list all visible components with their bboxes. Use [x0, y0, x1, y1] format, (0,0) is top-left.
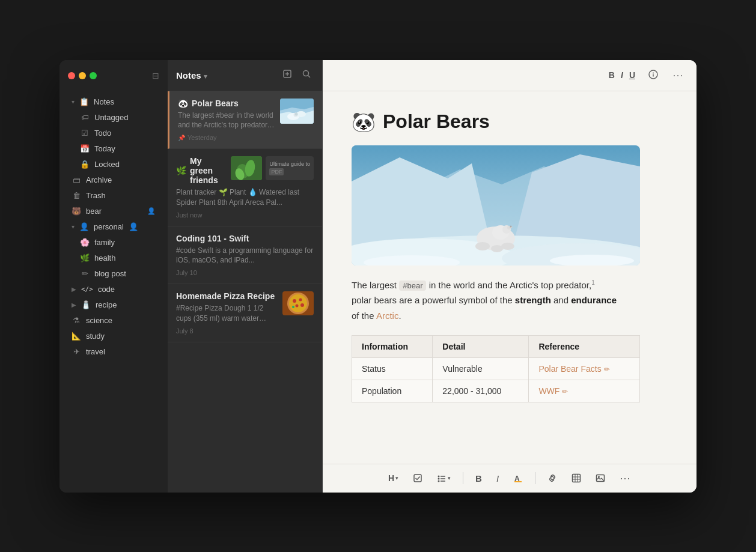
- svg-point-11: [295, 112, 298, 115]
- svg-rect-54: [573, 475, 581, 482]
- table-header-detail: Detail: [433, 336, 529, 358]
- edit-icon: ✏: [562, 387, 568, 396]
- more-button[interactable]: ⋯: [669, 66, 687, 84]
- note-item-pizza[interactable]: Homemade Pizza Recipe #Recipe Pizza Doug…: [168, 284, 322, 342]
- sidebar-item-travel[interactable]: ✈ travel: [63, 344, 164, 359]
- svg-point-18: [289, 294, 307, 312]
- sidebar-item-blog-post[interactable]: ✏ blog post: [63, 266, 164, 281]
- editor-toolbar-bottom: H ▾ ▾: [323, 464, 697, 493]
- editor-content[interactable]: 🐼 Polar Bears: [323, 91, 697, 464]
- sidebar: ⊟ ▾ 📋 Notes 🏷 Untagged ☑ Todo 📅 Today: [59, 60, 168, 493]
- hashtag-bear[interactable]: #bear: [399, 281, 426, 291]
- bold-button[interactable]: B: [606, 69, 617, 81]
- checkbox-icon: ☑: [80, 129, 90, 138]
- bold-format-button[interactable]: B: [471, 470, 487, 487]
- svg-rect-45: [414, 475, 421, 482]
- sidebar-item-bear[interactable]: 🐻 bear 👤: [63, 204, 164, 219]
- sidebar-item-recipe[interactable]: ▶ 🧂 recipe: [63, 297, 164, 312]
- editor-panel: B I U ⋯ 🐼 Polar Bears: [323, 60, 697, 493]
- heading-button[interactable]: H ▾: [383, 470, 403, 486]
- sidebar-item-trash[interactable]: 🗑 Trash: [63, 188, 164, 203]
- fullscreen-button[interactable]: [90, 72, 97, 79]
- italic-button[interactable]: I: [618, 69, 626, 81]
- image-button[interactable]: [591, 470, 610, 486]
- sidebar-toggle-icon[interactable]: ⊟: [152, 71, 159, 80]
- svg-point-39: [510, 225, 512, 227]
- sidebar-item-archive[interactable]: 🗃 Archive: [63, 172, 164, 187]
- underline-button[interactable]: U: [627, 69, 638, 81]
- title-emoji: 🐼: [352, 111, 376, 133]
- sidebar-item-family[interactable]: 🌸 family: [63, 235, 164, 250]
- checkbox-button[interactable]: [408, 470, 427, 486]
- svg-line-4: [308, 76, 311, 78]
- search-icon[interactable]: [299, 67, 314, 83]
- arctic-link[interactable]: Arctic: [376, 311, 399, 321]
- table-header-information: Information: [352, 336, 433, 358]
- note-preview-pizza: #Recipe Pizza Dough 1 1/2 cups (355 ml) …: [176, 303, 278, 324]
- minimize-button[interactable]: [79, 72, 86, 79]
- table-cell-population-info: Population: [352, 380, 433, 402]
- app-window: ⊟ ▾ 📋 Notes 🏷 Untagged ☑ Todo 📅 Today: [59, 60, 697, 493]
- sidebar-item-health[interactable]: 🌿 health: [63, 250, 164, 265]
- note-item-coding[interactable]: Coding 101 - Swift #code Swift is a prog…: [168, 226, 322, 285]
- svg-point-19: [293, 299, 296, 303]
- sidebar-titlebar: ⊟: [59, 60, 168, 91]
- info-button[interactable]: [645, 67, 662, 83]
- chevron-right-icon: ▶: [72, 302, 76, 308]
- bold-endurance: endurance: [571, 295, 617, 305]
- notes-list-title: Notes ▾: [176, 70, 275, 80]
- toolbar-divider: [463, 472, 463, 484]
- editor-hero-image: [352, 145, 640, 265]
- table-cell-population-reference[interactable]: WWF ✏: [529, 380, 640, 402]
- bear-icon: 🐻: [72, 207, 81, 216]
- title-text: Polar Bears: [383, 111, 490, 133]
- highlight-button[interactable]: A: [508, 470, 528, 486]
- notes-icon: 📋: [79, 97, 89, 106]
- sidebar-item-code[interactable]: ▶ </> code: [63, 282, 164, 297]
- notes-list-panel: Notes ▾: [168, 60, 323, 493]
- italic-format-button[interactable]: I: [492, 470, 504, 487]
- bear-badge: 👤: [147, 207, 156, 215]
- svg-point-21: [296, 305, 299, 308]
- sidebar-item-untagged[interactable]: 🏷 Untagged: [63, 110, 164, 125]
- recipe-icon: 🧂: [81, 300, 91, 309]
- close-button[interactable]: [68, 72, 75, 79]
- table-row: Population 22,000 - 31,000 WWF ✏: [352, 380, 640, 402]
- sidebar-item-locked[interactable]: 🔒 Locked: [63, 157, 164, 172]
- edit-icon: ✏: [604, 365, 610, 374]
- chevron-right-icon: ▶: [72, 286, 76, 293]
- compose-icon[interactable]: [280, 67, 294, 83]
- sidebar-item-study[interactable]: 📐 study: [63, 329, 164, 344]
- note-title-pizza: Homemade Pizza Recipe: [176, 291, 278, 301]
- data-table: Information Detail Reference Status Vuln…: [352, 335, 640, 402]
- sidebar-item-today[interactable]: 📅 Today: [63, 141, 164, 156]
- note-title-coding: Coding 101 - Swift: [176, 234, 314, 243]
- notes-items-list: 🐼 Polar Bears The largest #bear in the w…: [168, 91, 322, 493]
- sidebar-item-personal[interactable]: ▾ 👤 personal 👤: [63, 219, 164, 234]
- table-button[interactable]: [567, 470, 586, 486]
- table-cell-status-reference[interactable]: Polar Bear Facts ✏: [529, 358, 640, 380]
- table-header-reference: Reference: [529, 336, 640, 358]
- table-cell-status-detail: Vulnerable: [433, 358, 529, 380]
- dropdown-arrow-icon[interactable]: ▾: [204, 73, 207, 80]
- svg-point-23: [292, 306, 294, 308]
- table-cell-status-info: Status: [352, 358, 433, 380]
- format-biu-group: B I U: [606, 69, 638, 81]
- note-preview-polar-bears: The largest #bear in the world and the A…: [178, 111, 275, 131]
- note-title-polar-bears: 🐼 Polar Bears: [178, 99, 275, 108]
- sidebar-item-science[interactable]: ⚗ science: [63, 313, 164, 328]
- note-preview-coding: #code Swift is a programming language fo…: [176, 246, 314, 266]
- sidebar-item-todo[interactable]: ☑ Todo: [63, 126, 164, 141]
- svg-point-3: [303, 71, 309, 76]
- sidebar-item-notes[interactable]: ▾ 📋 Notes: [63, 94, 164, 109]
- more-options-button[interactable]: ⋯: [615, 469, 636, 488]
- list-button[interactable]: ▾: [432, 470, 456, 486]
- note-preview-green-friends: Plant tracker 🌱 Plant 💧 Watered last Spi…: [176, 187, 314, 208]
- table-cell-population-detail: 22,000 - 31,000: [433, 380, 529, 402]
- note-item-polar-bears[interactable]: 🐼 Polar Bears The largest #bear in the w…: [168, 91, 322, 150]
- note-item-green-friends[interactable]: Ultimate guide to PDF 🌿 My green friends…: [168, 149, 322, 226]
- blog-icon: ✏: [80, 269, 90, 278]
- sidebar-nav: ▾ 📋 Notes 🏷 Untagged ☑ Todo 📅 Today 🔒 Lo…: [59, 91, 168, 493]
- link-button[interactable]: [543, 470, 562, 486]
- editor-title: 🐼 Polar Bears: [352, 111, 668, 133]
